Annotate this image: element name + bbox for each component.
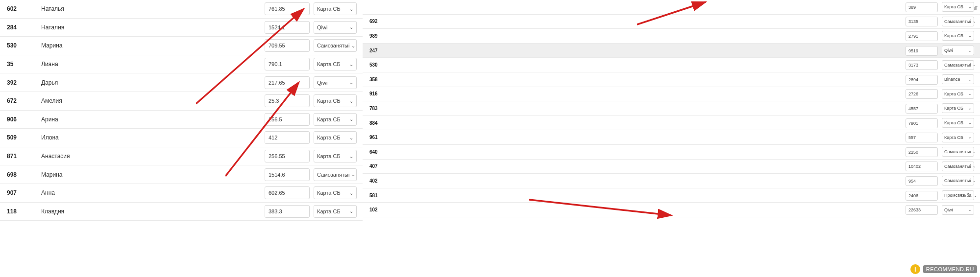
amount-input[interactable]	[265, 131, 310, 144]
chevron-down-icon: ⌄	[968, 121, 972, 125]
amount-input[interactable]	[265, 94, 310, 107]
row-name: Арина	[38, 116, 263, 123]
payment-select-value: Самозанятыі	[944, 63, 971, 68]
row-name: Амелия	[38, 97, 263, 104]
row-id: 698	[7, 171, 38, 178]
payment-select[interactable]: Карта СБ⌄	[942, 118, 974, 128]
payment-select[interactable]: Карта СБ⌄	[942, 89, 974, 99]
chevron-down-icon: ⌄	[968, 106, 972, 111]
payment-select-value: Qiwi	[317, 80, 327, 86]
payment-select-value: Карта СБ	[317, 208, 341, 214]
amount-input[interactable]	[265, 39, 310, 52]
chevron-down-icon: ⌄	[349, 190, 353, 196]
payment-select[interactable]: Карта СБ⌄	[942, 103, 974, 113]
table-row: 602НатальяКарта СБ⌄	[0, 0, 363, 19]
payment-select[interactable]: Qiwi⌄	[314, 76, 357, 89]
chevron-down-icon: ⌄	[349, 6, 353, 12]
amount-input[interactable]	[906, 75, 938, 85]
amount-input[interactable]	[906, 191, 938, 201]
payment-select[interactable]: Карта СБ⌄	[314, 186, 357, 199]
payment-select-value: Самозанятыі	[317, 43, 349, 48]
row-id: 402	[369, 178, 389, 184]
payment-select[interactable]: Карта СБ⌄	[314, 94, 357, 107]
payment-select[interactable]: Binance⌄	[942, 74, 974, 84]
amount-input[interactable]	[265, 186, 310, 199]
payment-select[interactable]: Промсвязьба⌄	[942, 190, 974, 200]
table-row: 102Qiwi⌄	[363, 203, 980, 217]
amount-input[interactable]	[906, 118, 938, 128]
amount-input[interactable]	[906, 89, 938, 99]
payment-select-value: Карта СБ	[944, 135, 963, 140]
amount-input[interactable]	[265, 21, 310, 34]
payment-select[interactable]: Карта СБ⌄	[314, 150, 357, 162]
row-id: 871	[7, 153, 38, 160]
payment-select-value: Карта СБ	[944, 33, 963, 38]
amount-input[interactable]	[265, 58, 310, 70]
payment-select-value: Карта СБ	[317, 116, 341, 122]
payment-select-value: Qiwi	[944, 48, 953, 53]
payment-select[interactable]: Qiwi⌄	[314, 21, 357, 34]
payment-select[interactable]: Самозанятыі⌄	[942, 60, 974, 70]
table-row: 581Промсвязьба⌄	[363, 188, 980, 203]
row-id: 581	[369, 193, 389, 198]
row-id: 247	[369, 48, 389, 53]
site-watermark: i RECOMMEND.RU	[910, 264, 977, 274]
amount-input[interactable]	[906, 176, 938, 186]
amount-input[interactable]	[906, 2, 938, 12]
chevron-down-icon: ⌄	[973, 164, 976, 168]
table-row: 672АмелияКарта СБ⌄	[0, 92, 363, 111]
amount-input[interactable]	[906, 205, 938, 215]
amount-input[interactable]	[265, 76, 310, 89]
amount-input[interactable]	[265, 113, 310, 126]
payment-select[interactable]: Карта СБ⌄	[314, 205, 357, 218]
amount-input[interactable]	[906, 147, 938, 157]
row-id: 407	[369, 163, 389, 169]
chevron-down-icon: ⌄	[973, 150, 976, 154]
payment-select[interactable]: Карта СБ⌄	[314, 2, 357, 15]
amount-input[interactable]	[906, 104, 938, 114]
amount-input[interactable]	[265, 168, 310, 181]
table-row: 884Карта СБ⌄	[363, 116, 980, 131]
payment-select[interactable]: Карта СБ⌄	[942, 31, 974, 41]
row-id: 284	[7, 24, 38, 31]
chevron-down-icon: ⌄	[349, 116, 353, 122]
amount-input[interactable]	[906, 31, 938, 41]
payment-select[interactable]: Самозанятыі⌄	[314, 168, 357, 181]
payment-select[interactable]: Qiwi⌄	[942, 205, 974, 215]
chevron-down-icon: ⌄	[349, 62, 353, 67]
payment-select-value: Карта СБ	[944, 106, 963, 111]
payment-select-value: Самозанятыі	[317, 172, 349, 178]
payment-select[interactable]: Карта СБ⌄	[314, 131, 357, 144]
payment-select[interactable]: Карта СБ⌄	[314, 113, 357, 126]
chevron-down-icon: ⌄	[973, 63, 976, 67]
payment-select[interactable]: Самозанятыі⌄	[942, 17, 974, 26]
payment-select[interactable]: Самозанятыі⌄	[942, 162, 974, 171]
payment-select[interactable]: Карта СБ⌄	[942, 2, 974, 12]
amount-input[interactable]	[265, 2, 310, 15]
chevron-down-icon: ⌄	[349, 24, 353, 30]
row-name: Анна	[38, 189, 263, 196]
amount-input[interactable]	[906, 60, 938, 70]
amount-input[interactable]	[265, 205, 310, 218]
row-id: 102	[369, 207, 389, 212]
payment-select-value: Самозанятыі	[944, 149, 971, 154]
payment-select-value: Карта СБ	[944, 120, 963, 125]
payment-select[interactable]: Самозанятыі⌄	[942, 176, 974, 185]
chevron-down-icon: ⌄	[349, 208, 353, 214]
amount-input[interactable]	[906, 162, 938, 171]
amount-input[interactable]	[906, 46, 938, 56]
amount-input[interactable]	[906, 133, 938, 142]
payment-select[interactable]: Самозанятыі⌄	[314, 39, 357, 52]
table-row: 392ДарьяQiwi⌄	[0, 73, 363, 92]
payment-select[interactable]: Карта СБ⌄	[314, 58, 357, 70]
payment-select[interactable]: Карта СБ⌄	[942, 133, 974, 142]
amount-input[interactable]	[906, 17, 938, 26]
payment-select-value: Qiwi	[944, 208, 953, 212]
chevron-down-icon: ⌄	[968, 135, 972, 139]
amount-input[interactable]	[265, 150, 310, 162]
payment-select[interactable]: Qiwi⌄	[942, 46, 974, 55]
payment-select[interactable]: Самозанятыі⌄	[942, 147, 974, 157]
table-row: 961Карта СБ⌄	[363, 130, 980, 145]
row-id: 509	[7, 134, 38, 141]
payment-select-value: Самозанятыі	[944, 178, 971, 183]
